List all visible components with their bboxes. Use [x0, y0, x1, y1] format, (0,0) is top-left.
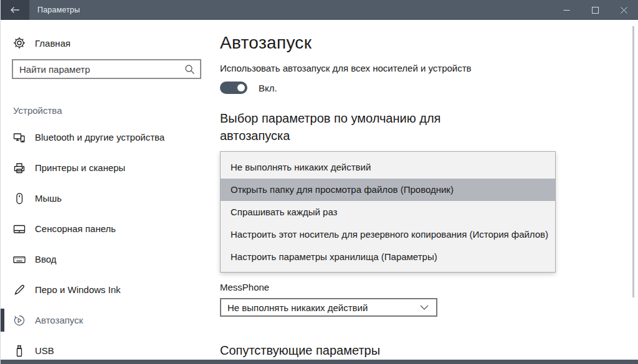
settings-sidebar: Главная Устройства Bluetooth и [1, 20, 212, 360]
maximize-icon [592, 7, 599, 14]
touchpad-icon [13, 223, 26, 235]
sidebar-item-printers[interactable]: Принтеры и сканеры [1, 152, 212, 183]
minimize-icon [563, 7, 570, 14]
listbox-option-backup[interactable]: Настроить этот носитель для резервного к… [221, 223, 555, 246]
sidebar-item-typing[interactable]: Ввод [1, 244, 212, 274]
sidebar-item-autoplay[interactable]: Автозапуск [1, 305, 212, 335]
sidebar-item-label: Мышь [35, 193, 62, 203]
gear-icon [13, 37, 26, 49]
mouse-icon [13, 192, 26, 205]
listbox-option-no-action[interactable]: Не выполнять никаких действий [221, 156, 555, 179]
sidebar-item-pen[interactable]: Перо и Windows Ink [1, 274, 212, 305]
sidebar-item-label: Сенсорная панель [35, 223, 116, 234]
usb-icon [13, 345, 26, 357]
toggle-knob [237, 84, 245, 91]
sidebar-item-label: Автозапуск [35, 315, 83, 325]
sidebar-item-label: USB [35, 345, 54, 356]
pen-icon [13, 284, 26, 296]
autoplay-icon [13, 314, 26, 327]
sidebar-item-mouse[interactable]: Мышь [1, 183, 212, 213]
sidebar-item-label: Ввод [35, 254, 57, 264]
window-bottom-edge [1, 360, 638, 364]
search-icon[interactable] [179, 64, 200, 75]
defaults-heading: Выбор параметров по умолчанию для автоза… [220, 110, 457, 144]
maximize-button[interactable] [581, 0, 609, 20]
titlebar: Параметры [1, 0, 638, 20]
page-title: Автозапуск [220, 33, 638, 53]
messphone-dropdown[interactable]: Не выполнять никаких действий [220, 298, 437, 317]
back-arrow-icon [10, 6, 20, 14]
sidebar-home-label: Главная [35, 38, 70, 49]
close-icon [621, 7, 627, 14]
back-button[interactable] [1, 0, 29, 20]
toggle-state-label: Вкл. [259, 83, 277, 93]
window-title: Параметры [37, 6, 80, 14]
chevron-down-icon [412, 305, 436, 310]
sidebar-item-home[interactable]: Главная [13, 37, 212, 49]
listbox-option-storage[interactable]: Настроить параметры хранилища (Параметры… [221, 246, 555, 268]
search-box [12, 59, 201, 79]
vertical-scrollbar[interactable] [632, 26, 634, 297]
close-button[interactable] [609, 0, 638, 20]
sidebar-item-bluetooth[interactable]: Bluetooth и другие устройства [1, 122, 212, 152]
autoplay-toggle-label: Использовать автозапуск для всех носител… [220, 63, 638, 73]
related-settings-heading: Сопутствующие параметры [220, 343, 638, 358]
sidebar-item-label: Bluetooth и другие устройства [35, 132, 164, 142]
sidebar-section-devices: Устройства [13, 105, 212, 116]
sidebar-item-touchpad[interactable]: Сенсорная панель [1, 213, 212, 244]
sidebar-item-label: Принтеры и сканеры [35, 162, 125, 173]
devices-icon [13, 131, 26, 144]
listbox-option-open-folder[interactable]: Открыть папку для просмотра файлов (Пров… [221, 179, 555, 201]
keyboard-icon [13, 253, 26, 266]
minimize-button[interactable] [552, 0, 581, 20]
listbox-option-ask-every-time[interactable]: Спрашивать каждый раз [221, 201, 555, 223]
messphone-selected-value: Не выполнять никаких действий [221, 302, 412, 313]
autoplay-settings-page: Автозапуск Использовать автозапуск для в… [212, 20, 638, 360]
search-input[interactable] [13, 64, 179, 75]
sidebar-item-label: Перо и Windows Ink [35, 284, 121, 295]
messphone-label: MessPhone [220, 282, 638, 292]
autoplay-toggle[interactable] [220, 82, 247, 94]
printer-icon [13, 162, 26, 174]
autoplay-default-listbox: Не выполнять никаких действий Открыть па… [220, 151, 556, 273]
